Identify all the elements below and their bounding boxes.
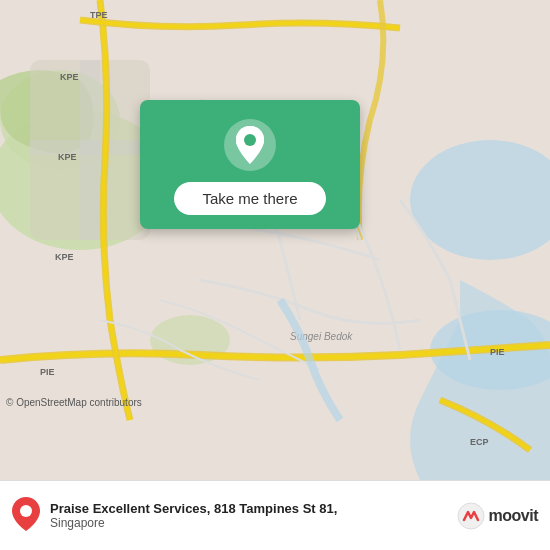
map-svg: PIE PIE KPE KPE KPE TPE ECP Sungei Be: [0, 0, 550, 480]
svg-text:PIE: PIE: [40, 367, 55, 377]
svg-text:KPE: KPE: [55, 252, 74, 262]
moovit-logo: moovit: [457, 502, 538, 530]
map-container: PIE PIE KPE KPE KPE TPE ECP Sungei Be: [0, 0, 550, 480]
place-details: Praise Excellent Services, 818 Tampines …: [50, 501, 447, 530]
svg-text:PIE: PIE: [490, 347, 505, 357]
svg-text:KPE: KPE: [60, 72, 79, 82]
svg-text:TPE: TPE: [90, 10, 108, 20]
take-me-button[interactable]: Take me there: [174, 182, 325, 215]
take-me-card: Take me there: [140, 100, 360, 229]
pin-icon: [223, 118, 277, 172]
place-address: Singapore: [50, 516, 447, 530]
bottom-bar: Praise Excellent Services, 818 Tampines …: [0, 480, 550, 550]
svg-text:KPE: KPE: [58, 152, 77, 162]
place-pin-icon: [12, 497, 40, 531]
svg-rect-8: [30, 140, 150, 155]
svg-point-20: [20, 505, 32, 517]
place-icon-container: [12, 497, 40, 535]
osm-attribution: © OpenStreetMap contributors: [6, 397, 142, 408]
moovit-brand-icon: [457, 502, 485, 530]
place-name: Praise Excellent Services, 818 Tampines …: [50, 501, 447, 516]
svg-point-19: [244, 134, 256, 146]
svg-text:ECP: ECP: [470, 437, 489, 447]
moovit-label: moovit: [489, 507, 538, 525]
